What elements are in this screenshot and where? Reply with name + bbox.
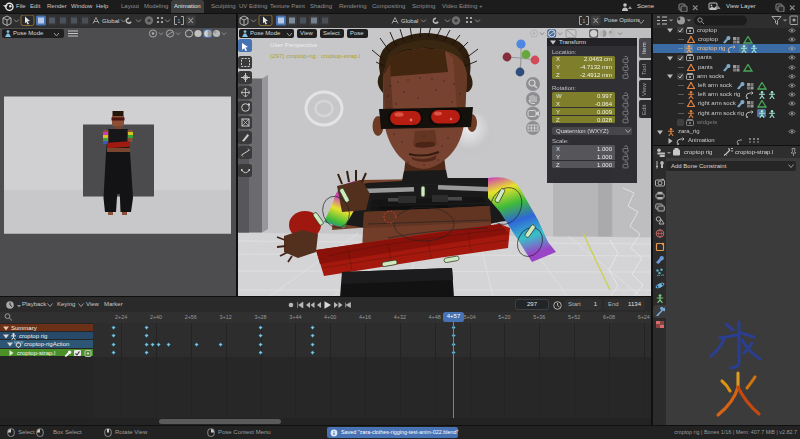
svg-text:Global: Global (102, 18, 119, 24)
svg-text:1: 1 (583, 18, 586, 24)
svg-text:1: 1 (178, 18, 181, 24)
svg-text:Global: Global (401, 18, 418, 24)
